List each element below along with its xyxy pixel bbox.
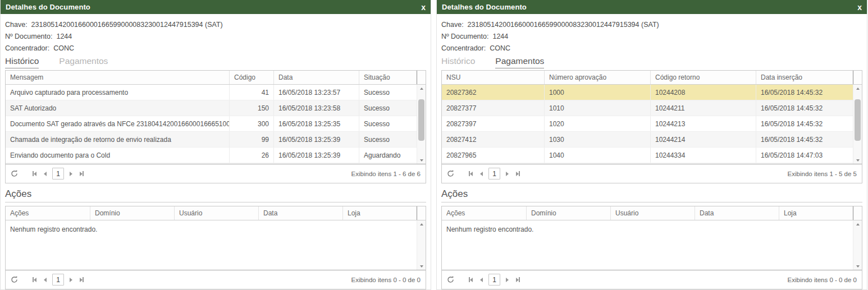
pagamentos-grid: NSU Número aprovação Código retorno Data… — [441, 70, 862, 183]
last-page-button[interactable] — [76, 168, 87, 179]
acoes-grid-body: Nenhum registro encontrado. — [6, 220, 426, 270]
cell-codigo: 99 — [229, 132, 273, 147]
cell-codigo: 300 — [229, 116, 273, 131]
acoes-pager: 1 Exibindo itens 0 - 0 de 0 — [6, 270, 426, 289]
vertical-scrollbar[interactable] — [853, 85, 862, 164]
cell-data: 16/05/2018 13:23:58 — [273, 100, 359, 116]
cell-codigo: 150 — [229, 100, 273, 116]
cell-aprovacao: 1030 — [544, 132, 650, 147]
pager-status: Exibindo itens 0 - 0 de 0 — [351, 277, 421, 283]
scroll-down-icon[interactable] — [417, 263, 426, 270]
vertical-scrollbar[interactable] — [417, 220, 426, 270]
current-page[interactable]: 1 — [488, 274, 500, 286]
scroll-up-icon[interactable] — [417, 85, 426, 92]
document-details-dialog-pagamentos: Detalhes do Documento x Chave:2318051420… — [436, 0, 867, 290]
first-page-button[interactable] — [29, 274, 40, 285]
tab-strip: Histórico Pagamentos — [1, 54, 431, 68]
cell-nsu: 20827397 — [442, 116, 544, 131]
table-row[interactable]: 20827377 1010 10244211 16/05/2018 14:45:… — [442, 100, 862, 116]
column-header-acoes: Ações — [442, 206, 526, 220]
current-page[interactable]: 1 — [488, 168, 500, 179]
empty-message: Nenhum registro encontrado. — [442, 220, 862, 238]
concentrador-value: CONC — [490, 44, 510, 52]
prev-page-button[interactable] — [476, 274, 487, 285]
prev-page-button[interactable] — [476, 168, 487, 179]
column-header-data: Data — [273, 71, 359, 84]
last-page-button[interactable] — [513, 168, 523, 179]
column-header-data: Data — [258, 206, 342, 220]
close-icon[interactable]: x — [857, 3, 862, 11]
current-page[interactable]: 1 — [52, 168, 64, 179]
table-row[interactable]: Arquivo capturado para processamento 41 … — [6, 85, 426, 100]
historico-grid: Mensagem Código Data Situação Arquivo ca… — [5, 70, 426, 183]
column-header-codigo: Código — [229, 71, 273, 84]
vertical-scrollbar[interactable] — [853, 220, 862, 270]
column-header-dominio: Domínio — [90, 206, 174, 220]
prev-page-button[interactable] — [40, 274, 51, 285]
acoes-divider — [5, 202, 426, 202]
next-page-button[interactable] — [66, 274, 76, 285]
refresh-icon[interactable] — [11, 170, 18, 177]
last-page-button[interactable] — [76, 274, 87, 285]
column-header-loja: Loja — [779, 206, 853, 220]
column-header-numero-aprovacao: Número aprovação — [544, 71, 650, 84]
first-page-button[interactable] — [465, 274, 476, 285]
column-header-situacao: Situação — [359, 71, 417, 84]
last-page-button[interactable] — [513, 274, 523, 285]
acoes-heading: Ações — [437, 183, 867, 200]
scroll-down-icon[interactable] — [417, 156, 426, 164]
pager-status: Exibindo itens 0 - 0 de 0 — [788, 277, 857, 283]
table-row[interactable]: 20827412 1030 10244214 16/05/2018 14:45:… — [442, 132, 862, 148]
refresh-icon[interactable] — [447, 170, 454, 177]
cell-retorno: 10244214 — [650, 132, 756, 147]
cell-aprovacao: 1020 — [544, 116, 650, 131]
document-info: Chave:2318051420016600016659900008323001… — [437, 14, 867, 54]
current-page[interactable]: 1 — [52, 274, 64, 286]
dialog-titlebar: Detalhes do Documento x — [437, 0, 867, 14]
scroll-up-icon[interactable] — [417, 220, 426, 228]
vertical-scrollbar[interactable] — [417, 85, 426, 164]
document-info: Chave:2318051420016600016659900008323001… — [1, 14, 431, 54]
cell-insercao: 16/05/2018 14:45:32 — [756, 132, 862, 147]
documento-value: 1244 — [56, 33, 72, 40]
next-page-button[interactable] — [502, 274, 513, 285]
cell-mensagem: Enviando documento para o Cold — [6, 148, 229, 163]
refresh-icon[interactable] — [447, 276, 454, 283]
table-row[interactable]: 20827397 1020 10244213 16/05/2018 14:45:… — [442, 116, 862, 132]
refresh-icon[interactable] — [11, 276, 18, 283]
table-row-selected[interactable]: 20827362 1000 10244208 16/05/2018 14:45:… — [442, 85, 862, 100]
table-row[interactable]: 20827965 1040 10244334 16/05/2018 14:47:… — [442, 148, 862, 163]
table-row[interactable]: Documento SAT gerado através da NFCe 231… — [6, 116, 426, 132]
scrollbar-thumb[interactable] — [855, 99, 861, 141]
scroll-down-icon[interactable] — [853, 156, 862, 164]
tab-pagamentos[interactable]: Pagamentos — [495, 56, 544, 68]
table-row[interactable]: SAT Autorizado 150 16/05/2018 13:23:58 S… — [6, 100, 426, 116]
cell-aprovacao: 1000 — [544, 85, 650, 100]
close-icon[interactable]: x — [421, 3, 426, 11]
concentrador-value: CONC — [53, 44, 74, 52]
scrollbar-thumb[interactable] — [418, 99, 424, 141]
table-row[interactable]: Chamada de integração de retorno de envi… — [6, 132, 426, 148]
acoes-grid-header: Ações Domínio Usuário Data Loja — [6, 206, 426, 220]
tab-pagamentos[interactable]: Pagamentos — [59, 56, 108, 68]
first-page-button[interactable] — [29, 168, 40, 179]
pagamentos-grid-header: NSU Número aprovação Código retorno Data… — [442, 71, 862, 85]
pagamentos-pager: 1 Exibindo itens 1 - 5 de 5 — [442, 164, 862, 183]
prev-page-button[interactable] — [40, 168, 51, 179]
dialog-titlebar: Detalhes do Documento x — [1, 0, 431, 14]
scroll-up-icon[interactable] — [853, 220, 862, 228]
first-page-button[interactable] — [465, 168, 476, 179]
cell-insercao: 16/05/2018 14:45:32 — [756, 116, 862, 131]
scroll-up-icon[interactable] — [853, 85, 862, 92]
next-page-button[interactable] — [66, 168, 76, 179]
table-row[interactable]: Enviando documento para o Cold 26 16/05/… — [6, 148, 426, 163]
cell-retorno: 10244334 — [650, 148, 756, 163]
scroll-down-icon[interactable] — [853, 263, 862, 270]
tab-historico[interactable]: Histórico — [5, 56, 39, 68]
cell-data: 16/05/2018 13:25:35 — [273, 116, 359, 131]
column-header-data: Data — [695, 206, 779, 220]
cell-nsu: 20827412 — [442, 132, 544, 147]
next-page-button[interactable] — [502, 168, 513, 179]
tab-historico[interactable]: Histórico — [441, 56, 475, 68]
acoes-grid-header: Ações Domínio Usuário Data Loja — [442, 206, 862, 220]
